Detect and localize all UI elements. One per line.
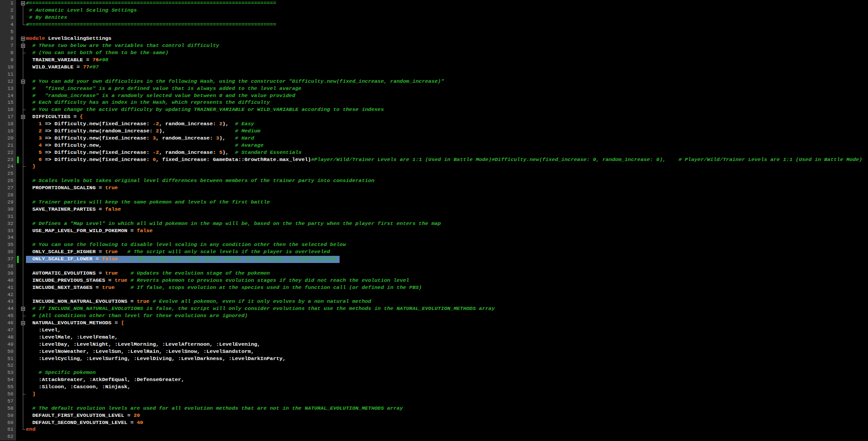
line-number[interactable]: 23 (0, 157, 16, 164)
code-line[interactable]: 36 ONLY_SCALE_IF_HIGHER = true # The scr… (0, 249, 868, 256)
line-number[interactable]: 26 (0, 178, 16, 185)
line-number[interactable]: 3 (0, 14, 16, 21)
code-line[interactable]: 29 # Trainer parties will keep the same … (0, 199, 868, 206)
code-line[interactable]: 58 # The default evolution levels are us… (0, 405, 868, 412)
line-number[interactable]: 41 (0, 284, 16, 292)
code-line[interactable]: 13 # "fixed_increase" is a pre defined v… (0, 85, 868, 93)
code-line[interactable]: 55 :Silcoon, :Cascoon, :Ninjask, (0, 384, 868, 391)
line-number[interactable]: 27 (0, 185, 16, 192)
code-line[interactable]: 57 (0, 398, 868, 405)
line-number[interactable]: 28 (0, 192, 16, 199)
line-number[interactable]: 45 (0, 313, 16, 320)
code-line[interactable]: 16 # You can change the active difficult… (0, 106, 868, 114)
code-line[interactable]: 14 # "random_increase" is a randomly sel… (0, 93, 868, 100)
code-line[interactable]: 6module LevelScalingSettings (0, 35, 868, 42)
fold-collapse-icon[interactable] (20, 0, 26, 7)
line-number[interactable]: 10 (0, 64, 16, 71)
code-line[interactable]: 20 3 => Difficulty.new(fixed_increase: 3… (0, 135, 868, 142)
line-number[interactable]: 51 (0, 356, 16, 363)
line-number[interactable]: 44 (0, 305, 16, 313)
code-line[interactable]: 56 ] (0, 391, 868, 398)
fold-collapse-icon[interactable] (20, 78, 26, 85)
code-line[interactable]: 24 } (0, 163, 868, 170)
code-line[interactable]: 52 (0, 362, 868, 369)
code-line[interactable]: 5 (0, 29, 868, 36)
code-line[interactable]: 4#======================================… (0, 21, 868, 29)
line-number[interactable]: 22 (0, 149, 16, 157)
code-line[interactable]: 48 :LevelMale, :LevelFemale, (0, 334, 868, 341)
code-line[interactable]: 8 # (You can set both of them to be the … (0, 50, 868, 57)
code-line[interactable]: 25 (0, 170, 868, 178)
line-number[interactable]: 54 (0, 377, 16, 384)
code-line[interactable]: 61end (0, 426, 868, 433)
code-line[interactable]: 33 USE_MAP_LEVEL_FOR_WILD_POKEMON = fals… (0, 228, 868, 235)
code-line[interactable]: 19 2 => Difficulty.new(random_increase: … (0, 128, 868, 135)
line-number[interactable]: 17 (0, 114, 16, 121)
line-number[interactable]: 40 (0, 277, 16, 284)
code-line[interactable]: 35 # You can use the following to disabl… (0, 242, 868, 249)
code-line[interactable]: 39 AUTOMATIC_EVOLUTIONS = true # Updates… (0, 270, 868, 277)
code-line[interactable]: 7 # These two below are the variables th… (0, 42, 868, 50)
code-line[interactable]: 27 PROPORTIONAL_SCALING = true (0, 185, 868, 192)
code-line[interactable]: 43 INCLUDE_NON_NATURAL_EVOLUTIONS = true… (0, 298, 868, 305)
code-line[interactable]: 59 DEFAULT_FIRST_EVOLUTION_LEVEL = 20 (0, 412, 868, 420)
code-line[interactable]: 41 INCLUDE_NEXT_STAGES = true # If false… (0, 284, 868, 292)
code-line[interactable]: 21 4 => Difficulty.new, # Avarage (0, 142, 868, 149)
code-line[interactable]: 26 # Scales levels but takes original le… (0, 178, 868, 185)
code-line[interactable]: 31 (0, 213, 868, 220)
line-number[interactable]: 57 (0, 398, 16, 405)
fold-collapse-icon[interactable] (20, 42, 26, 50)
line-number[interactable]: 58 (0, 405, 16, 412)
code-line[interactable]: 46 NATURAL_EVOLUTION_METHODS = [ (0, 320, 868, 327)
line-number[interactable]: 62 (0, 433, 16, 441)
code-line[interactable]: 18 1 => Difficulty.new(fixed_increase: -… (0, 121, 868, 128)
code-line[interactable]: 30 SAVE_TRAINER_PARTIES = false (0, 206, 868, 213)
code-line[interactable]: 23 6 => Difficulty.new(fixed_increase: 0… (0, 157, 868, 164)
code-line[interactable]: 15 # Each difficulty has an index in the… (0, 99, 868, 106)
line-number[interactable]: 59 (0, 412, 16, 420)
line-number[interactable]: 7 (0, 42, 16, 50)
line-number[interactable]: 36 (0, 249, 16, 256)
code-editor[interactable]: 1#======================================… (0, 0, 868, 441)
fold-collapse-icon[interactable] (20, 320, 26, 327)
line-number[interactable]: 38 (0, 263, 16, 270)
line-number[interactable]: 52 (0, 362, 16, 369)
code-line[interactable]: 42 (0, 292, 868, 299)
fold-collapse-icon[interactable] (20, 305, 26, 313)
line-number[interactable]: 31 (0, 213, 16, 220)
code-line[interactable]: 47 :Level, (0, 327, 868, 334)
line-number[interactable]: 13 (0, 85, 16, 93)
line-number[interactable]: 9 (0, 57, 16, 64)
fold-collapse-icon[interactable] (20, 35, 26, 42)
code-line[interactable]: 34 (0, 234, 868, 242)
line-number[interactable]: 14 (0, 93, 16, 100)
line-number[interactable]: 33 (0, 228, 16, 235)
line-number[interactable]: 48 (0, 334, 16, 341)
code-line[interactable]: 51 :LevelCycling, :LevelSurfing, :LevelD… (0, 356, 868, 363)
code-line[interactable]: 2 # Automatic Level Scaling Settings (0, 7, 868, 14)
line-number[interactable]: 18 (0, 121, 16, 128)
code-line[interactable]: 54 :AttackGreater, :AtkDefEqual, :Defens… (0, 377, 868, 384)
line-number[interactable]: 2 (0, 7, 16, 14)
line-number[interactable]: 53 (0, 369, 16, 377)
code-line[interactable]: 60 DEFAULT_SECOND_EVOLUTION_LEVEL = 40 (0, 420, 868, 427)
line-number[interactable]: 24 (0, 163, 16, 170)
line-number[interactable]: 6 (0, 35, 16, 42)
line-number[interactable]: 20 (0, 135, 16, 142)
line-number[interactable]: 4 (0, 21, 16, 29)
code-line[interactable]: 11 (0, 71, 868, 78)
code-line[interactable]: 9 TRAINER_VARIABLE = 76#98 (0, 57, 868, 64)
code-line[interactable]: 12 # You can add your own difficulties i… (0, 78, 868, 85)
line-number[interactable]: 35 (0, 242, 16, 249)
line-number[interactable]: 25 (0, 170, 16, 178)
line-number[interactable]: 49 (0, 341, 16, 348)
line-number[interactable]: 19 (0, 128, 16, 135)
line-number[interactable]: 37 (0, 256, 16, 263)
code-line[interactable]: 37 ONLY_SCALE_IF_LOWER = false # The scr… (0, 256, 868, 263)
code-line[interactable]: 22 5 => Difficulty.new(fixed_increase: -… (0, 149, 868, 157)
code-line[interactable]: 3 # By Benitex (0, 14, 868, 21)
line-number[interactable]: 43 (0, 298, 16, 305)
line-number[interactable]: 11 (0, 71, 16, 78)
code-line[interactable]: 10 WILD_VARIABLE = 77#97 (0, 64, 868, 71)
line-number[interactable]: 21 (0, 142, 16, 149)
